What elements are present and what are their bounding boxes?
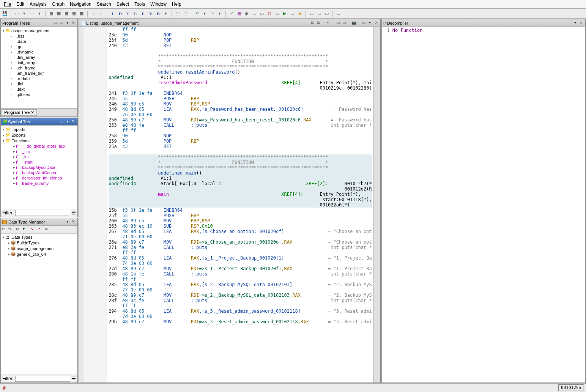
letter-i-icon[interactable]: I — [109, 10, 116, 17]
g4-icon[interactable]: G — [266, 10, 273, 17]
fwd-icon[interactable]: ⇨ — [28, 10, 35, 17]
tree-toggle-icon[interactable]: ▸ — [2, 133, 5, 137]
letter-l-icon[interactable]: L — [132, 10, 139, 17]
back-icon[interactable]: ⇦ — [13, 10, 20, 17]
tool5-icon[interactable]: ▦ — [78, 10, 85, 17]
panel-close-icon[interactable]: ✕ — [578, 20, 584, 26]
function-node[interactable]: ▸fbackupMysqlData — [2, 165, 77, 170]
function-node[interactable]: ▸fframe_dummy — [2, 181, 77, 186]
letter-b-icon[interactable]: B — [155, 10, 162, 17]
save-icon[interactable]: 💾 — [2, 10, 8, 17]
panel-btn2-icon[interactable]: ▭ — [58, 20, 64, 26]
menu-edit[interactable]: Edit — [14, 1, 27, 8]
function-node[interactable]: ▸f__do_global_dtors_aux — [2, 143, 77, 149]
down-arrow-icon[interactable]: ↓ — [90, 10, 97, 17]
tree-toggle-icon[interactable]: ▸ — [7, 247, 11, 250]
menu-select[interactable]: Select — [114, 1, 131, 8]
tool3-icon[interactable]: ▦ — [63, 10, 70, 17]
tree-toggle-icon[interactable]: ▸ — [7, 241, 11, 245]
check-icon[interactable]: ✓ — [228, 10, 235, 17]
symbol-folder-functions[interactable]: ▾ 📁 Functions — [2, 138, 77, 143]
tree-toggle-icon[interactable]: ▸ — [12, 160, 16, 164]
menu-help[interactable]: Help — [170, 1, 184, 8]
tree-root[interactable]: ▾ 📁 usage_management — [2, 28, 77, 33]
section-node[interactable]: ▫.eh_frame — [2, 65, 77, 71]
listing-content[interactable]: ff ff 23e 90 NOP 23f 5d POP RBP240 c3 RE… — [107, 27, 373, 383]
filter-options-icon[interactable]: ☰ — [72, 210, 76, 216]
tree-toggle-icon[interactable]: ▾ — [2, 29, 5, 33]
function-node[interactable]: ▸fderegister_tm_clones — [2, 175, 77, 181]
panel-btn-icon[interactable]: ▭ — [58, 119, 64, 124]
t3-icon[interactable]: ▭ — [323, 10, 330, 17]
section-node[interactable]: ▫.fini — [2, 81, 77, 87]
section-node[interactable]: ▫.bss — [2, 33, 77, 39]
panel-close-icon[interactable]: ✕ — [71, 119, 76, 124]
dtm-t2-icon[interactable]: ▾ — [23, 227, 29, 233]
tree-toggle-icon[interactable]: ▸ — [12, 155, 16, 159]
listing-scrollbar[interactable] — [373, 27, 380, 383]
dtm-item[interactable]: ▸ 📦 usage_management — [2, 246, 77, 251]
tag1-icon[interactable]: ⬚ — [174, 10, 181, 17]
back-drop-icon[interactable]: ▾ — [21, 10, 28, 17]
grid-icon[interactable]: ▦ — [236, 10, 243, 17]
up-arrow-icon[interactable]: ↑ — [98, 10, 104, 17]
dtm-root[interactable]: ▾ 🗂 Data Types — [2, 235, 77, 240]
function-node[interactable]: ▸fbackupWebContent — [2, 170, 77, 175]
symbol-filter-input[interactable] — [15, 210, 70, 216]
dtm-t1-icon[interactable]: ▭ — [16, 227, 22, 233]
undo-drop-icon[interactable]: ▾ — [201, 10, 208, 17]
tree-toggle-icon[interactable]: ▾ — [2, 139, 5, 143]
menu-graph[interactable]: Graph — [50, 1, 67, 8]
section-node[interactable]: ▫.rodata — [2, 76, 77, 81]
t1-icon[interactable]: ▭ — [308, 10, 315, 17]
section-node[interactable]: ▫.fini_array — [2, 55, 77, 60]
tool2-icon[interactable]: ▦ — [55, 10, 62, 17]
program-tree-tab[interactable]: Program Tree ✕ — [2, 109, 37, 116]
tree-toggle-icon[interactable]: ▸ — [12, 171, 16, 175]
section-node[interactable]: ▫.dynamic — [2, 49, 77, 55]
panel-menu-icon[interactable]: ▾ — [65, 219, 70, 225]
dtm-fwd-icon[interactable]: ⇨ — [8, 227, 14, 233]
section-node[interactable]: ▫.init_array — [2, 60, 77, 65]
panel-close-icon[interactable]: ✕ — [71, 219, 76, 225]
section-node[interactable]: ▫.data — [2, 39, 77, 44]
dtm-item[interactable]: ▸ 📦 generic_clib_64 — [2, 251, 77, 257]
decompiler-body[interactable]: 1No Function — [382, 27, 585, 383]
menu-navigation[interactable]: Navigation — [68, 1, 94, 8]
field1-icon[interactable]: ▭ — [336, 20, 341, 26]
dtm-t5-icon[interactable]: ▭ — [45, 227, 51, 233]
section-node[interactable]: ▫.plt.sec — [2, 92, 77, 97]
g2-icon[interactable]: ▭ — [251, 10, 258, 17]
tool1-icon[interactable]: ▦ — [48, 10, 55, 17]
menu-tools[interactable]: Tools — [132, 1, 147, 8]
cursor-icon[interactable]: ↖ — [326, 20, 331, 26]
section-node[interactable]: ▫.got — [2, 44, 77, 49]
tree-toggle-icon[interactable]: ▸ — [12, 165, 16, 169]
tree-toggle-icon[interactable]: ▸ — [7, 252, 11, 256]
redo-drop-icon[interactable]: ▾ — [216, 10, 223, 17]
menu-window[interactable]: Window — [148, 1, 169, 8]
menu-file[interactable]: File — [2, 1, 13, 8]
symbol-folder-exports[interactable]: ▸ 📁 Exports — [2, 132, 77, 138]
panel-close-icon[interactable]: ✕ — [71, 20, 76, 26]
tree-toggle-icon[interactable]: ▸ — [12, 181, 16, 185]
snapshot-icon[interactable]: 📷 — [351, 20, 357, 26]
g5-icon[interactable]: ▭ — [274, 10, 280, 17]
panel-menu-icon[interactable]: ▾ — [572, 20, 578, 26]
dtm-filter-input[interactable] — [15, 376, 70, 382]
letter-v-icon[interactable]: V — [147, 10, 154, 17]
script-icon[interactable]: ≡ — [335, 10, 342, 17]
letter-f-icon[interactable]: F — [140, 10, 146, 17]
symbol-folder-imports[interactable]: ▸ 📁 Imports — [2, 126, 77, 132]
function-node[interactable]: ▸f_init — [2, 154, 77, 159]
letter-drop-icon[interactable]: ▾ — [162, 10, 169, 17]
diamond-icon[interactable]: ◆ — [296, 10, 303, 17]
menu-analysis[interactable]: Analysis — [27, 1, 49, 8]
tab-close-icon[interactable]: ✕ — [31, 110, 34, 115]
panel-menu-icon[interactable]: ▾ — [65, 20, 70, 26]
panel-close-icon[interactable]: ✕ — [373, 20, 379, 26]
undo-icon[interactable]: ↶ — [194, 10, 200, 17]
tree-toggle-icon[interactable]: ▸ — [12, 150, 16, 153]
redo-icon[interactable]: ↷ — [209, 10, 216, 17]
function-node[interactable]: ▸f_start — [2, 159, 77, 165]
